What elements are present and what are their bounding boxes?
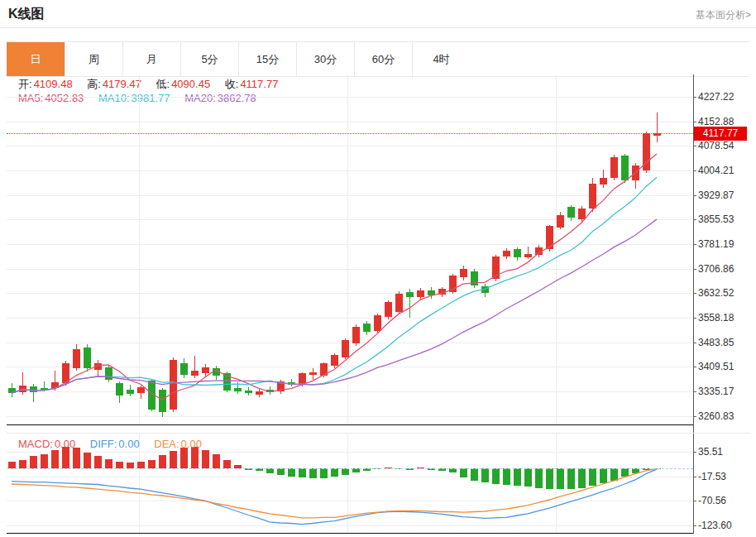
candle-up [503,251,510,257]
macd-vertical-gridline [347,434,348,533]
candle-down [148,381,156,410]
main-gridline [7,97,693,98]
macd-bar-down [621,468,629,477]
tab-week[interactable]: 周 [65,42,122,76]
candle-up [643,133,650,170]
main-y-axis-label: 3483.85 [698,337,753,348]
macd-bar-down [610,468,618,481]
candle-up [191,371,199,376]
main-y-axis-label: 3409.51 [698,361,753,372]
macd-bar-down [524,468,532,487]
macd-bar-down [632,468,639,473]
macd-bar-up [148,460,156,468]
ma20-label: MA20: [184,92,216,104]
macd-bar-down [449,468,457,472]
candle-up [62,363,69,383]
macd-bar-down [567,468,575,489]
main-y-axis-label: 4152.88 [698,116,753,127]
macd-bar-down [481,468,489,482]
candle-up [277,381,285,391]
main-gridline [7,391,693,392]
macd-bar-up [213,454,220,468]
main-gridline [7,269,693,270]
macd-y-axis-label: -17.53 [698,471,753,482]
candle-down [481,286,489,293]
candle-up [51,382,59,388]
ma5-value: 4052.83 [45,92,84,104]
tab-30min[interactable]: 30分 [296,42,354,76]
macd-bar-down [299,468,306,477]
candle-up [299,373,306,385]
page-title: K线图 [8,6,45,23]
macd-bar-down [503,468,510,485]
candle-down [471,271,478,285]
open-value: 4109.48 [34,78,73,90]
macd-bar-down [320,468,328,478]
macd-bar-up [73,448,80,468]
main-gridline [7,416,693,417]
candle-down [116,383,123,396]
candle-up [524,254,532,257]
candle-up [309,372,317,374]
macd-bar-up [94,456,102,468]
candle-up [535,247,543,256]
macd-bar-down [471,468,478,481]
tab-4hour[interactable]: 4时 [412,42,470,76]
main-gridline [7,343,693,343]
macd-bar-down [546,468,553,489]
macd-bar-down [277,468,285,475]
candle-up [557,215,564,228]
macd-bar-up [19,460,26,468]
candle-up [438,289,446,295]
fundamental-analysis-link[interactable]: 基本面分析> [696,8,751,22]
ma20-value: 3862.78 [218,92,256,104]
candle-up [137,387,145,393]
main-y-axis-label: 4227.22 [698,91,753,103]
candle-down [105,367,112,380]
macd-bar-up [105,459,112,468]
macd-bar-down [578,468,586,488]
candle-wick [657,113,658,142]
macd-bar-down [589,468,596,486]
candle-down [363,324,371,332]
tab-15min[interactable]: 15分 [238,42,296,76]
dea-label: DEA: [154,438,179,450]
open-label: 开: [18,78,32,90]
main-gridline [7,244,693,245]
candle-down [213,368,220,376]
candle-down [406,292,414,297]
main-y-axis-label: 3855.53 [698,213,753,225]
candle-down [288,382,295,384]
tab-60min[interactable]: 60分 [354,42,412,76]
macd-gridline [7,525,693,526]
low-label: 低: [156,78,170,90]
candle-up [632,165,639,180]
tab-day[interactable]: 日 [7,42,65,76]
main-y-axis-label: 4004.21 [698,165,753,176]
main-gridline [7,219,693,220]
macd-bar-up [191,447,199,468]
tab-5min[interactable]: 5分 [180,42,238,76]
main-y-axis-label: 3706.86 [698,263,753,275]
macd-bar-down [460,468,467,477]
low-value: 4090.45 [171,78,210,90]
main-y-axis-label: 3929.87 [698,189,753,201]
candle-up [395,294,403,312]
main-gridline [7,146,693,146]
ma10-value: 3981.77 [132,92,170,104]
tab-month[interactable]: 月 [122,42,180,76]
candle-up [578,209,586,219]
ma5-label: MA5: [18,92,43,104]
candle-down [514,249,521,257]
candle-down [266,390,274,392]
macd-y-axis-label: -123.60 [698,520,753,531]
macd-bar-down [535,468,543,488]
main-y-axis-label: 4078.54 [698,140,753,151]
candle-down [621,156,629,180]
macd-bar-down [288,468,295,477]
macd-bar-up [223,460,231,468]
candle-up [202,367,209,373]
candle-up [19,386,26,392]
macd-label: MACD: [18,438,53,450]
macd-bar-up [180,448,188,468]
